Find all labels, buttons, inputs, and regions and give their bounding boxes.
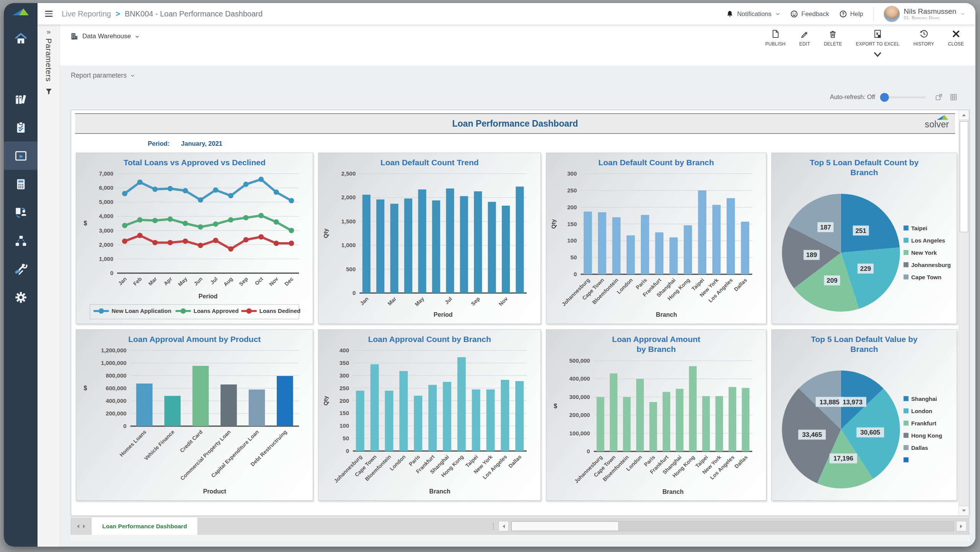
svg-text:Feb: Feb	[132, 276, 143, 287]
svg-text:350: 350	[340, 360, 349, 366]
sheet-tab-active[interactable]: Loan Performance Dashboard	[91, 518, 198, 535]
chart-title: Total Loans vs Approved vs Declined	[79, 155, 310, 168]
svg-text:Los Angeles: Los Angeles	[911, 237, 945, 243]
auto-refresh-knob[interactable]	[880, 93, 889, 102]
svg-text:London: London	[389, 454, 407, 472]
tools-icon	[14, 262, 28, 276]
tab-scroll-right-button[interactable]	[83, 524, 86, 528]
bar-chart-default-trend: 05001,0001,5002,0002,500QtyPeriodJanMarM…	[322, 168, 537, 321]
svg-text:250: 250	[567, 187, 577, 194]
svg-text:Taipei: Taipei	[911, 225, 927, 231]
app-sidebar	[4, 3, 38, 547]
scroll-up-button[interactable]	[959, 110, 969, 120]
svg-text:150: 150	[567, 221, 577, 227]
bar-chart-approval-by-product: 0200,000400,000600,000800,0001,000,0001,…	[79, 344, 310, 498]
hscroll-left-button[interactable]	[498, 521, 509, 531]
period-value: January, 2021	[181, 140, 222, 147]
sidebar-item-archive[interactable]	[4, 85, 38, 113]
notifications-button[interactable]: Notifications	[726, 10, 780, 18]
sidebar-item-tools[interactable]	[4, 255, 38, 283]
svg-text:187: 187	[820, 223, 831, 231]
bar-chart-approval-amount-branch: 0100,000200,000300,000400,000500,000$Bra…	[549, 355, 763, 498]
svg-text:600,000: 600,000	[106, 385, 126, 391]
svg-text:200: 200	[340, 397, 349, 404]
svg-text:50: 50	[343, 435, 349, 441]
hscroll-thumb[interactable]	[511, 521, 619, 531]
sidebar-item-settings[interactable]	[4, 283, 38, 311]
scrollbar-grip-dots[interactable]	[493, 523, 495, 530]
close-label: CLOSE	[948, 41, 964, 47]
tab-scroll-left-button[interactable]	[77, 524, 79, 528]
chevron-down-icon	[873, 50, 882, 59]
svg-text:229: 229	[860, 265, 871, 272]
svg-text:Nov: Nov	[497, 296, 509, 307]
svg-text:Jul: Jul	[209, 276, 219, 286]
app-window: Live Reporting > BNK004 - Loan Performan…	[4, 3, 975, 547]
sidebar-item-hierarchy[interactable]	[4, 226, 38, 255]
hscroll-right-button[interactable]	[956, 521, 967, 531]
feedback-button[interactable]: Feedback	[790, 10, 829, 18]
svg-text:1,000: 1,000	[341, 242, 356, 248]
avatar	[884, 6, 900, 22]
calculator-icon	[14, 177, 28, 191]
svg-text:Branch: Branch	[663, 488, 684, 495]
publish-label: PUBLISH	[765, 41, 786, 47]
sidebar-item-tasks[interactable]	[4, 113, 38, 142]
svg-text:0: 0	[353, 290, 356, 296]
svg-text:London: London	[911, 407, 932, 414]
close-button[interactable]: CLOSE	[948, 29, 964, 59]
svg-text:Qty: Qty	[550, 219, 557, 229]
grid-table-icon[interactable]	[949, 93, 958, 101]
breadcrumb-section[interactable]: Live Reporting	[62, 10, 111, 18]
gear-icon	[14, 291, 28, 304]
svg-text:33,465: 33,465	[802, 431, 822, 438]
help-button[interactable]: ? Help	[839, 10, 863, 18]
delete-button[interactable]: DELETE	[824, 29, 842, 59]
notifications-label: Notifications	[737, 10, 771, 18]
vertical-scroll-thumb[interactable]	[960, 121, 968, 232]
open-in-window-icon[interactable]	[935, 93, 943, 101]
svg-text:1,000: 1,000	[99, 256, 113, 262]
data-source-dropdown[interactable]: Data Warehouse	[70, 32, 140, 41]
chart-title: Loan Default Count by Branch	[549, 155, 763, 168]
hscroll-track[interactable]	[511, 521, 954, 531]
trash-icon	[828, 29, 838, 39]
chevron-down-icon	[775, 11, 780, 16]
chart-card-approval-by-product: Loan Approval Amount by Product 0200,000…	[76, 329, 313, 501]
history-label: HISTORY	[913, 41, 934, 47]
expand-panel-chevron[interactable]: »	[47, 28, 51, 36]
chevron-down-icon	[135, 34, 140, 39]
history-button[interactable]: HISTORY	[913, 29, 934, 59]
svg-text:150: 150	[340, 410, 349, 417]
sidebar-item-home[interactable]	[4, 24, 38, 53]
sidebar-item-collaboration[interactable]	[4, 198, 38, 226]
svg-text:400,000: 400,000	[106, 397, 126, 404]
sidebar-item-report-player[interactable]	[4, 142, 38, 170]
edit-button[interactable]: EDIT	[799, 29, 810, 59]
bell-icon	[726, 10, 734, 18]
auto-refresh-slider[interactable]	[881, 96, 926, 98]
sidebar-item-calculator[interactable]	[4, 170, 38, 198]
horizontal-scrollbar	[493, 521, 967, 531]
svg-text:Loans Approved: Loans Approved	[194, 308, 239, 314]
svg-text:Product: Product	[203, 488, 226, 495]
scroll-down-button[interactable]	[959, 506, 969, 516]
auto-refresh-label: Auto-refresh: Off	[830, 94, 875, 101]
svg-text:200,000: 200,000	[569, 412, 590, 418]
user-menu[interactable]: Nils Rasmussen 01. Banking Demo	[884, 6, 965, 22]
svg-text:Mar: Mar	[147, 276, 158, 287]
close-x-icon	[951, 29, 961, 39]
period-label: Period:	[148, 140, 170, 147]
menu-hamburger-icon[interactable]	[45, 11, 52, 17]
excel-export-icon	[873, 29, 882, 39]
svg-text:Dallas: Dallas	[911, 444, 928, 451]
export-to-excel-button[interactable]: EXPORT TO EXCEL	[856, 29, 900, 59]
svg-text:$: $	[84, 385, 87, 391]
svg-text:Dallas: Dallas	[733, 277, 748, 293]
filter-funnel-icon[interactable]	[45, 88, 52, 97]
solver-logo-icon	[12, 8, 29, 18]
report-parameters-toggle[interactable]: Report parameters	[60, 65, 975, 80]
triangle-down-icon	[962, 510, 966, 514]
chart-card-default-trend: Loan Default Count Trend 05001,0001,5002…	[318, 153, 541, 324]
publish-button[interactable]: PUBLISH	[765, 29, 786, 59]
